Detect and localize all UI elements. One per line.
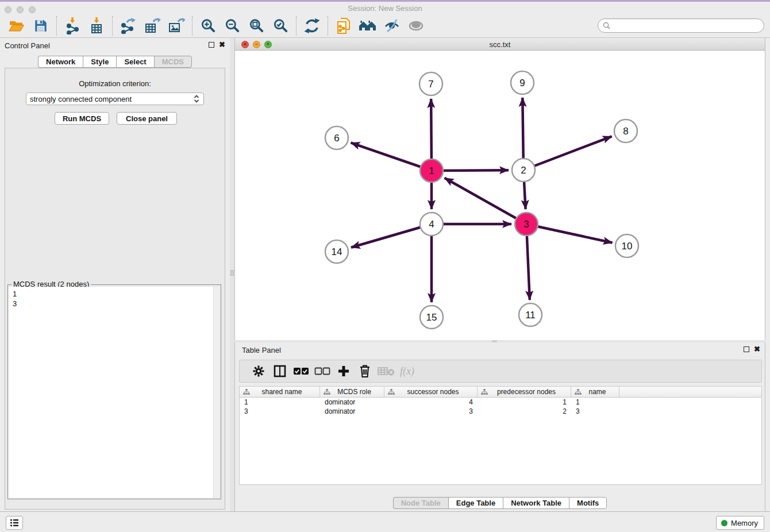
graph-node-15[interactable]: 15 bbox=[420, 306, 443, 329]
mcds-result-list[interactable]: 13 bbox=[9, 287, 220, 498]
graph-node-11[interactable]: 11 bbox=[519, 303, 542, 326]
column-header-predecessor-nodes[interactable]: predecessor nodes bbox=[478, 387, 571, 397]
table-cell[interactable]: dominator bbox=[320, 407, 384, 416]
graph-node-8[interactable]: 8 bbox=[614, 119, 637, 142]
table-cell[interactable]: 3 bbox=[240, 407, 320, 416]
table-cell[interactable]: 3 bbox=[571, 407, 619, 416]
table-row[interactable]: 1dominator411 bbox=[240, 398, 761, 407]
graph-node-10[interactable]: 10 bbox=[615, 234, 638, 257]
memory-status-icon bbox=[721, 520, 727, 526]
criterion-select[interactable]: strongly connected component bbox=[26, 92, 204, 105]
delete-column-icon[interactable] bbox=[354, 362, 375, 380]
graph-node-14[interactable]: 14 bbox=[325, 240, 348, 263]
edge-4-14[interactable] bbox=[351, 224, 432, 248]
table-cell[interactable]: 1 bbox=[571, 398, 619, 407]
zoom-selected-icon[interactable] bbox=[268, 16, 292, 36]
table-panel-title: Table Panel bbox=[242, 346, 281, 354]
table-toolbar: f(x) bbox=[239, 360, 762, 383]
deselect-all-checks-icon[interactable] bbox=[311, 362, 333, 380]
node-table[interactable]: shared nameMCDS rolesuccessor nodesprede… bbox=[239, 386, 762, 485]
column-header-shared-name[interactable]: shared name bbox=[240, 387, 320, 397]
close-panel-button[interactable]: Close panel bbox=[117, 112, 177, 125]
application-window: Session: New Session Control Panel ✖ Net… bbox=[0, 0, 770, 532]
search-input[interactable] bbox=[610, 22, 764, 30]
graph-node-2[interactable]: 2 bbox=[512, 159, 535, 182]
table-float-panel-icon[interactable] bbox=[744, 346, 749, 352]
graph-node-9[interactable]: 9 bbox=[511, 71, 534, 94]
svg-text:2: 2 bbox=[521, 165, 526, 176]
memory-button[interactable]: Memory bbox=[716, 516, 764, 530]
table-cell[interactable]: 2 bbox=[478, 407, 571, 416]
add-column-icon[interactable] bbox=[333, 362, 354, 380]
edge-3-1[interactable] bbox=[445, 178, 526, 224]
open-file-icon[interactable] bbox=[5, 16, 29, 36]
table-cell[interactable]: 1 bbox=[478, 398, 571, 407]
settings-gear-icon[interactable] bbox=[248, 362, 269, 380]
graph-node-3[interactable]: 3 bbox=[515, 213, 538, 236]
graph-node-7[interactable]: 7 bbox=[419, 72, 442, 95]
table-panel: Table Panel ✖ f(x) shared nameMCDS roles… bbox=[234, 342, 765, 511]
graph-node-1[interactable]: 1 bbox=[420, 159, 443, 182]
import-table-icon[interactable] bbox=[84, 16, 109, 36]
hide-selected-icon[interactable] bbox=[380, 16, 404, 36]
network-canvas[interactable]: 1234678910111415 bbox=[235, 51, 765, 340]
control-panel-title: Control Panel bbox=[5, 41, 50, 50]
search-box[interactable] bbox=[598, 18, 764, 33]
table-cell[interactable]: dominator bbox=[320, 398, 384, 407]
task-history-button[interactable] bbox=[6, 516, 23, 530]
search-icon bbox=[603, 22, 610, 29]
edge-2-8[interactable] bbox=[523, 136, 612, 170]
save-session-icon[interactable] bbox=[29, 16, 53, 36]
close-panel-icon[interactable]: ✖ bbox=[219, 42, 225, 48]
svg-text:11: 11 bbox=[525, 310, 536, 321]
tab-mcds[interactable]: MCDS bbox=[154, 56, 192, 68]
svg-text:10: 10 bbox=[622, 241, 633, 252]
first-neighbors-icon[interactable] bbox=[356, 16, 380, 36]
mcds-result-item[interactable]: 3 bbox=[13, 299, 220, 309]
table-cell[interactable]: 3 bbox=[384, 407, 478, 416]
export-network-icon[interactable] bbox=[116, 16, 140, 36]
import-network-icon[interactable] bbox=[60, 16, 84, 36]
column-header-successor-nodes[interactable]: successor nodes bbox=[384, 387, 478, 397]
tab-node-table[interactable]: Node Table bbox=[393, 497, 448, 509]
tab-network-table[interactable]: Network Table bbox=[503, 497, 569, 509]
network-titlebar[interactable]: × − + scc.txt bbox=[235, 38, 765, 51]
tab-network[interactable]: Network bbox=[38, 56, 83, 68]
network-title: scc.txt bbox=[235, 40, 765, 49]
vertical-splitter[interactable] bbox=[230, 38, 234, 511]
zoom-out-icon[interactable] bbox=[220, 16, 244, 36]
svg-text:15: 15 bbox=[426, 312, 437, 323]
tab-motifs[interactable]: Motifs bbox=[569, 497, 607, 509]
table-close-panel-icon[interactable]: ✖ bbox=[754, 346, 760, 352]
column-visibility-icon[interactable] bbox=[269, 362, 290, 380]
svg-text:14: 14 bbox=[332, 246, 342, 257]
status-bar: Memory bbox=[0, 511, 770, 532]
float-panel-icon[interactable] bbox=[209, 42, 214, 48]
export-table-icon[interactable] bbox=[140, 16, 164, 36]
run-mcds-button[interactable]: Run MCDS bbox=[55, 112, 109, 125]
mcds-result-item[interactable]: 1 bbox=[13, 289, 220, 299]
table-cell[interactable]: 4 bbox=[384, 398, 478, 407]
zoom-fit-icon[interactable] bbox=[244, 16, 268, 36]
column-header-name[interactable]: name bbox=[571, 387, 619, 397]
tab-style[interactable]: Style bbox=[83, 56, 116, 68]
tab-select[interactable]: Select bbox=[116, 56, 153, 68]
zoom-in-icon[interactable] bbox=[196, 16, 220, 36]
svg-text:1: 1 bbox=[429, 165, 434, 176]
column-header-MCDS-role[interactable]: MCDS role bbox=[320, 387, 384, 397]
edge-1-6[interactable] bbox=[351, 142, 432, 171]
graph-node-6[interactable]: 6 bbox=[325, 126, 348, 149]
table-row[interactable]: 3dominator323 bbox=[240, 407, 761, 416]
refresh-layout-icon[interactable] bbox=[300, 16, 324, 36]
toolbar-separator bbox=[112, 16, 113, 36]
duplicate-network-icon[interactable] bbox=[332, 16, 356, 36]
export-image-icon[interactable] bbox=[164, 16, 188, 36]
session-title: Session: New Session bbox=[0, 4, 770, 13]
graph-node-4[interactable]: 4 bbox=[420, 213, 443, 236]
table-cell[interactable]: 1 bbox=[240, 398, 320, 407]
tab-edge-table[interactable]: Edge Table bbox=[448, 497, 503, 509]
edge-3-10[interactable] bbox=[526, 224, 613, 242]
select-all-checks-icon[interactable] bbox=[290, 362, 311, 380]
main-titlebar: Session: New Session bbox=[0, 2, 770, 14]
result-scrollbar[interactable] bbox=[213, 287, 220, 498]
